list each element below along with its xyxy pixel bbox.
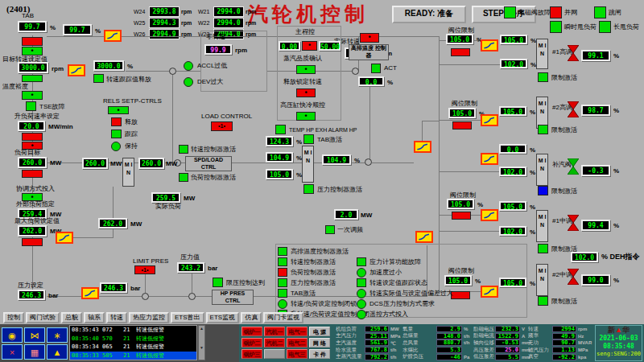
limit-active-box xyxy=(538,72,548,82)
toolbar-button[interactable]: ETS首出 xyxy=(171,312,204,323)
toolbar-button[interactable]: ETS监视 xyxy=(206,312,240,323)
ramp-curve-icon[interactable] xyxy=(481,153,498,165)
date-display: 2021-06-03 xyxy=(596,335,642,343)
mimic-nav-icon[interactable]: ⋈ xyxy=(24,327,45,343)
mimic-nav-icon[interactable]: × xyxy=(2,344,23,360)
ramp-curve-icon[interactable] xyxy=(68,64,85,76)
unit-nav-button[interactable] xyxy=(264,349,285,359)
unit-nav-button[interactable]: 卡 件 xyxy=(309,349,330,359)
alarm-indicator: 长甩负荷 xyxy=(599,21,639,33)
status-box xyxy=(451,48,470,56)
unit-nav-button[interactable]: 汽机二 xyxy=(264,338,285,348)
steam-quality-box[interactable] xyxy=(296,65,316,74)
rels-status-box[interactable] xyxy=(108,106,129,114)
limit-pres-box[interactable]: •1• xyxy=(134,265,155,274)
indicator-lamp-icon xyxy=(504,6,516,19)
tab-active-label: TAB激活 xyxy=(317,137,342,143)
temp-alarm-label: TEMP HP EXH ALARM HP xyxy=(289,127,357,133)
unit-nav-buttons: 锅炉一汽机一电气一电 源锅炉二汽机二电气二网 络锅炉三电气三卡 件 xyxy=(241,326,334,360)
coord-mode-label: 协调方式投入 xyxy=(16,186,55,192)
master-low-display: 0.00 xyxy=(279,41,300,51)
load-control-box[interactable]: •1• xyxy=(211,121,233,131)
connector-line xyxy=(113,228,114,238)
connector-line xyxy=(126,71,200,72)
load-rate-label: 升负荷速率设定 xyxy=(14,113,60,120)
min-input-display: 102.0 xyxy=(499,226,526,236)
hp-fast-cool-box[interactable] xyxy=(296,112,316,121)
hp-exh-status-box[interactable] xyxy=(360,33,379,43)
unit-nav-button[interactable]: 锅炉二 xyxy=(242,338,262,348)
unit-nav-button[interactable]: 锅炉三 xyxy=(242,349,262,359)
ramp-curve-icon[interactable] xyxy=(56,232,73,244)
ramp-curve-icon[interactable] xyxy=(481,209,498,221)
plant-status-unit: rpm xyxy=(576,327,587,331)
master-high-display: 50.00 xyxy=(319,41,341,51)
junction-node xyxy=(142,293,149,300)
load-rate-display: 20.0 xyxy=(18,121,45,131)
master-status-box[interactable] xyxy=(302,41,317,51)
indicator-lamp-icon xyxy=(599,21,611,33)
alarm-indicator: 并网 xyxy=(550,6,577,19)
ramp-curve-icon[interactable] xyxy=(414,141,431,153)
event-row[interactable]: 08:35:34 065 21 转速低报警 xyxy=(70,343,196,352)
status-box xyxy=(452,212,471,220)
unit-label: % xyxy=(127,63,133,70)
speed-readout: W26 2994.9 rpm xyxy=(134,29,192,39)
toolbar-button[interactable]: 轴系 xyxy=(84,312,105,323)
ramp-curve-icon[interactable] xyxy=(104,30,122,42)
event-row[interactable]: 08:35:33 505 21 转速低报警 xyxy=(70,352,196,360)
toolbar-button[interactable]: 转速 xyxy=(106,312,127,323)
event-row[interactable]: 08:35:43 072 21 转速低报警 xyxy=(70,326,196,335)
plant-status-value: 232.3 xyxy=(495,326,520,332)
valve-limit-label: 阀位限制 xyxy=(448,27,474,34)
event-row[interactable]: 08:35:40 570 21 转速低报警 xyxy=(70,335,196,343)
event-message: 转速低报警 xyxy=(136,326,196,334)
ramp-curve-icon[interactable] xyxy=(481,39,498,51)
status-box[interactable] xyxy=(22,47,43,56)
junction-node xyxy=(365,158,372,166)
toolbar-button[interactable]: 阀门卡监视 xyxy=(263,312,303,323)
toolbar-button[interactable]: 仿真 xyxy=(241,312,262,323)
unit-nav-button[interactable]: 汽机一 xyxy=(264,327,285,336)
release-locked-speed-box[interactable] xyxy=(296,88,316,97)
ramp-curve-icon[interactable] xyxy=(81,287,99,299)
limit-active-label: 限制激活 xyxy=(551,75,577,81)
hold-lamp-icon[interactable] xyxy=(111,142,121,151)
unit-nav-button[interactable]: 电 源 xyxy=(309,327,330,336)
primary-freq-box xyxy=(325,225,335,234)
unit-nav-button[interactable]: 电气三 xyxy=(287,349,308,359)
mimic-nav-icon[interactable]: ▦ xyxy=(24,344,45,360)
plant-status-row: 给水流量 767.8 t/h xyxy=(336,347,400,354)
toolbar-button[interactable]: 总貌 xyxy=(61,312,82,323)
plant-status-value: 259.6 xyxy=(365,326,389,332)
plant-status-unit: t/h xyxy=(389,355,396,360)
ramp-curve-icon[interactable] xyxy=(415,231,433,243)
mimic-nav-icon[interactable]: ▲ xyxy=(47,344,68,360)
toolbar-button[interactable]: 热应力监控 xyxy=(129,312,169,323)
track-box[interactable] xyxy=(111,130,122,138)
unit-nav-button[interactable]: 锅炉一 xyxy=(242,327,262,336)
release-box[interactable] xyxy=(111,117,122,126)
event-scrollbar[interactable]: ▲▼ xyxy=(198,325,205,360)
unit-label: % xyxy=(530,204,535,211)
mimic-nav-icon[interactable]: ∗ xyxy=(47,327,68,343)
toolbar-button[interactable]: 阀门试验 xyxy=(26,312,60,323)
event-time: 08:35:40 xyxy=(70,335,102,342)
load-target-display: 260.0 xyxy=(18,157,47,168)
ready-button[interactable]: READY: 准备 xyxy=(392,6,466,23)
unit-nav-button[interactable]: 网 络 xyxy=(309,338,330,348)
plant-status-row: 主蒸汽流量 792.2 t/h xyxy=(336,353,400,360)
ramp-curve-icon[interactable] xyxy=(481,114,498,126)
limit-active-label: 限制激活 xyxy=(551,298,577,305)
unit-label: bar xyxy=(130,285,140,292)
status-box[interactable] xyxy=(22,91,43,100)
event-list[interactable]: 08:35:43 072 21 转速低报警 08:35:40 570 21 转速… xyxy=(69,325,197,360)
toolbar-button[interactable]: 控制 xyxy=(3,312,24,323)
unit-nav-button[interactable]: 电气二 xyxy=(287,338,308,348)
event-group: 21 xyxy=(123,335,136,342)
speed-track-release-box[interactable] xyxy=(93,74,104,83)
status-label: 转速控制器激活 xyxy=(291,257,336,266)
mimic-nav-icon[interactable]: ◉ xyxy=(2,327,23,343)
unit-nav-button[interactable]: 电气一 xyxy=(287,327,308,336)
unit-label: % xyxy=(613,52,619,60)
